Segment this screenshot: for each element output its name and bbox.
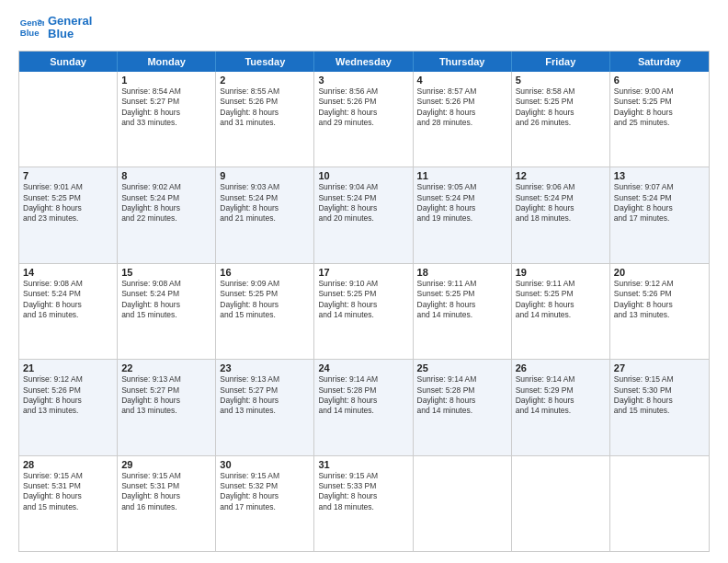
cal-cell: 25Sunrise: 9:14 AMSunset: 5:28 PMDayligh… <box>414 360 512 454</box>
header-tuesday: Tuesday <box>216 52 314 72</box>
cal-cell: 27Sunrise: 9:15 AMSunset: 5:30 PMDayligh… <box>610 360 709 454</box>
header-saturday: Saturday <box>610 52 709 72</box>
logo: General Blue General Blue <box>18 15 92 41</box>
day-info: Sunrise: 9:15 AMSunset: 5:33 PMDaylight:… <box>318 471 408 513</box>
cal-cell: 5Sunrise: 8:58 AMSunset: 5:25 PMDaylight… <box>512 72 610 167</box>
day-info: Sunrise: 9:06 AMSunset: 5:24 PMDaylight:… <box>516 182 606 224</box>
calendar-body: 1Sunrise: 8:54 AMSunset: 5:27 PMDaylight… <box>19 72 709 551</box>
cal-cell: 21Sunrise: 9:12 AMSunset: 5:26 PMDayligh… <box>19 360 118 454</box>
day-number: 15 <box>121 267 211 278</box>
cal-cell: 6Sunrise: 9:00 AMSunset: 5:25 PMDaylight… <box>610 72 709 167</box>
day-info: Sunrise: 9:15 AMSunset: 5:31 PMDaylight:… <box>121 471 211 513</box>
header-monday: Monday <box>118 52 216 72</box>
page: General Blue General Blue Sunday Monday … <box>0 0 728 563</box>
day-number: 19 <box>516 267 606 278</box>
day-number: 29 <box>121 459 211 470</box>
cal-cell: 7Sunrise: 9:01 AMSunset: 5:25 PMDaylight… <box>19 167 118 262</box>
logo-line1: General <box>48 15 92 28</box>
day-info: Sunrise: 9:14 AMSunset: 5:29 PMDaylight:… <box>516 374 606 417</box>
day-info: Sunrise: 9:13 AMSunset: 5:27 PMDaylight:… <box>121 374 211 417</box>
cal-cell: 22Sunrise: 9:13 AMSunset: 5:27 PMDayligh… <box>118 360 216 454</box>
day-info: Sunrise: 9:15 AMSunset: 5:32 PMDaylight:… <box>220 471 310 513</box>
day-number: 21 <box>23 362 113 373</box>
svg-text:General: General <box>20 18 44 29</box>
header-friday: Friday <box>512 52 610 72</box>
day-number: 7 <box>23 170 113 181</box>
cal-cell: 20Sunrise: 9:12 AMSunset: 5:26 PMDayligh… <box>610 264 709 359</box>
day-info: Sunrise: 9:08 AMSunset: 5:24 PMDaylight:… <box>23 279 113 321</box>
day-number: 17 <box>318 267 408 278</box>
day-number: 22 <box>121 362 211 373</box>
cal-cell: 12Sunrise: 9:06 AMSunset: 5:24 PMDayligh… <box>512 167 610 262</box>
day-number: 31 <box>318 459 408 470</box>
logo-icon: General Blue <box>18 15 44 40</box>
day-number: 6 <box>614 75 705 86</box>
header-wednesday: Wednesday <box>314 52 413 72</box>
day-number: 11 <box>417 170 507 181</box>
day-number: 26 <box>516 362 606 373</box>
cal-cell: 29Sunrise: 9:15 AMSunset: 5:31 PMDayligh… <box>118 456 216 551</box>
day-number: 9 <box>220 170 310 181</box>
cal-cell: 1Sunrise: 8:54 AMSunset: 5:27 PMDaylight… <box>118 72 216 167</box>
day-number: 14 <box>23 267 113 278</box>
cal-cell: 26Sunrise: 9:14 AMSunset: 5:29 PMDayligh… <box>512 360 610 454</box>
cal-cell: 10Sunrise: 9:04 AMSunset: 5:24 PMDayligh… <box>314 167 413 262</box>
day-info: Sunrise: 8:56 AMSunset: 5:26 PMDaylight:… <box>318 86 408 129</box>
day-info: Sunrise: 8:54 AMSunset: 5:27 PMDaylight:… <box>121 86 211 129</box>
cal-cell <box>414 456 512 551</box>
day-number: 4 <box>417 75 507 86</box>
cal-cell: 31Sunrise: 9:15 AMSunset: 5:33 PMDayligh… <box>314 456 413 551</box>
day-info: Sunrise: 9:00 AMSunset: 5:25 PMDaylight:… <box>614 86 705 129</box>
cal-cell <box>19 72 118 167</box>
day-info: Sunrise: 9:08 AMSunset: 5:24 PMDaylight:… <box>121 279 211 321</box>
day-info: Sunrise: 9:11 AMSunset: 5:25 PMDaylight:… <box>417 279 507 321</box>
cal-cell: 2Sunrise: 8:55 AMSunset: 5:26 PMDaylight… <box>216 72 314 167</box>
cal-cell: 18Sunrise: 9:11 AMSunset: 5:25 PMDayligh… <box>414 264 512 359</box>
day-number: 12 <box>516 170 606 181</box>
calendar-row-1: 1Sunrise: 8:54 AMSunset: 5:27 PMDaylight… <box>19 72 709 167</box>
day-info: Sunrise: 8:57 AMSunset: 5:26 PMDaylight:… <box>417 86 507 129</box>
cal-cell: 19Sunrise: 9:11 AMSunset: 5:25 PMDayligh… <box>512 264 610 359</box>
day-number: 3 <box>318 75 408 86</box>
cal-cell: 24Sunrise: 9:14 AMSunset: 5:28 PMDayligh… <box>314 360 413 454</box>
day-info: Sunrise: 8:55 AMSunset: 5:26 PMDaylight:… <box>220 86 310 129</box>
day-info: Sunrise: 9:15 AMSunset: 5:30 PMDaylight:… <box>614 374 705 417</box>
cal-cell: 3Sunrise: 8:56 AMSunset: 5:26 PMDaylight… <box>314 72 413 167</box>
day-number: 24 <box>318 362 408 373</box>
cal-cell <box>512 456 610 551</box>
day-number: 1 <box>121 75 211 86</box>
day-number: 2 <box>220 75 310 86</box>
calendar-row-4: 21Sunrise: 9:12 AMSunset: 5:26 PMDayligh… <box>19 360 709 455</box>
day-info: Sunrise: 9:15 AMSunset: 5:31 PMDaylight:… <box>23 471 113 513</box>
day-number: 27 <box>614 362 705 373</box>
cal-cell: 28Sunrise: 9:15 AMSunset: 5:31 PMDayligh… <box>19 456 118 551</box>
day-info: Sunrise: 9:09 AMSunset: 5:25 PMDaylight:… <box>220 279 310 321</box>
day-number: 23 <box>220 362 310 373</box>
cal-cell: 13Sunrise: 9:07 AMSunset: 5:24 PMDayligh… <box>610 167 709 262</box>
day-number: 5 <box>516 75 606 86</box>
day-info: Sunrise: 8:58 AMSunset: 5:25 PMDaylight:… <box>516 86 606 129</box>
day-info: Sunrise: 9:01 AMSunset: 5:25 PMDaylight:… <box>23 182 113 224</box>
day-number: 20 <box>614 267 705 278</box>
cal-cell: 30Sunrise: 9:15 AMSunset: 5:32 PMDayligh… <box>216 456 314 551</box>
cal-cell: 16Sunrise: 9:09 AMSunset: 5:25 PMDayligh… <box>216 264 314 359</box>
day-info: Sunrise: 9:11 AMSunset: 5:25 PMDaylight:… <box>516 279 606 321</box>
day-info: Sunrise: 9:14 AMSunset: 5:28 PMDaylight:… <box>417 374 507 417</box>
cal-cell: 17Sunrise: 9:10 AMSunset: 5:25 PMDayligh… <box>314 264 413 359</box>
calendar: Sunday Monday Tuesday Wednesday Thursday… <box>18 51 710 552</box>
day-info: Sunrise: 9:04 AMSunset: 5:24 PMDaylight:… <box>318 182 408 224</box>
cal-cell: 4Sunrise: 8:57 AMSunset: 5:26 PMDaylight… <box>414 72 512 167</box>
day-info: Sunrise: 9:05 AMSunset: 5:24 PMDaylight:… <box>417 182 507 224</box>
header-sunday: Sunday <box>19 52 118 72</box>
day-info: Sunrise: 9:03 AMSunset: 5:24 PMDaylight:… <box>220 182 310 224</box>
day-number: 16 <box>220 267 310 278</box>
header: General Blue General Blue <box>18 15 710 41</box>
day-info: Sunrise: 9:07 AMSunset: 5:24 PMDaylight:… <box>614 182 705 224</box>
cal-cell: 11Sunrise: 9:05 AMSunset: 5:24 PMDayligh… <box>414 167 512 262</box>
svg-text:Blue: Blue <box>20 28 40 38</box>
day-number: 28 <box>23 459 113 470</box>
day-info: Sunrise: 9:10 AMSunset: 5:25 PMDaylight:… <box>318 279 408 321</box>
day-info: Sunrise: 9:12 AMSunset: 5:26 PMDaylight:… <box>614 279 705 321</box>
day-info: Sunrise: 9:14 AMSunset: 5:28 PMDaylight:… <box>318 374 408 417</box>
cal-cell: 8Sunrise: 9:02 AMSunset: 5:24 PMDaylight… <box>118 167 216 262</box>
